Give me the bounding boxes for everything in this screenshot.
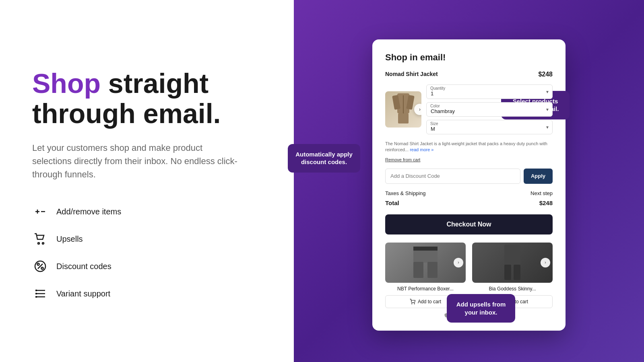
upsell-nav-arrow-0[interactable]: › [454, 258, 463, 267]
feature-discount-label: Discount codes [56, 262, 111, 271]
upsell-name-0: NBT Performance Boxer... [385, 286, 466, 292]
tooltip-upsells: Add upsells from your inbox. [447, 294, 515, 323]
svg-point-24 [412, 304, 412, 304]
product-selects: Quantity 1 2 3 ▼ Color Chambray Black ▼ [426, 84, 553, 134]
apply-button[interactable]: Apply [524, 169, 553, 184]
svg-rect-13 [35, 293, 37, 294]
list-icon [32, 286, 48, 302]
size-select[interactable]: M S L XL [426, 120, 553, 134]
svg-rect-23 [413, 247, 438, 251]
taxes-label: Taxes & Shipping [385, 190, 425, 196]
plus-minus-icon [32, 204, 48, 220]
read-more-link[interactable]: read more » [410, 147, 433, 152]
headline: Shop straight through email. [32, 68, 262, 129]
product-image-row: › Quantity 1 2 3 ▼ Color Cham [385, 84, 553, 134]
upsell-nav-arrow-1[interactable]: › [541, 258, 550, 267]
svg-rect-21 [413, 262, 423, 278]
feature-discount: Discount codes [32, 258, 262, 274]
svg-point-7 [41, 267, 43, 269]
tooltip-discount-codes: Automatically apply discount codes. [288, 144, 360, 173]
product-description: The Nomad Shirt Jacket is a light-weight… [385, 141, 553, 153]
feature-add-remove: Add/remove items [32, 204, 262, 220]
svg-rect-27 [504, 265, 511, 280]
color-label: Color [430, 104, 440, 108]
discount-input[interactable] [385, 169, 520, 184]
feature-variant: Variant support [32, 286, 262, 302]
email-widget: Select products within the email. Automa… [372, 39, 566, 331]
left-panel: Shop straight through email. Let your cu… [0, 0, 294, 362]
svg-line-8 [38, 264, 43, 269]
total-row: Total $248 [385, 200, 553, 206]
quantity-label: Quantity [430, 86, 445, 90]
total-value: $248 [539, 200, 553, 206]
size-select-group: Size M S L XL ▼ [426, 120, 553, 134]
cart-icon [32, 231, 48, 247]
taxes-row: Taxes & Shipping Next step [385, 190, 553, 196]
feature-upsells-label: Upsells [56, 234, 83, 244]
product-price: $248 [538, 71, 553, 78]
product-image: › [385, 91, 421, 128]
discount-row: Apply [385, 169, 553, 184]
svg-rect-12 [35, 290, 37, 291]
widget-title: Shop in email! [385, 52, 553, 63]
quantity-select-group: Quantity 1 2 3 ▼ [426, 84, 553, 99]
subtitle: Let your customers shop and make product… [32, 141, 242, 181]
svg-rect-14 [35, 296, 37, 298]
svg-rect-18 [398, 113, 409, 123]
svg-point-25 [414, 304, 415, 304]
svg-rect-22 [427, 262, 438, 278]
total-label: Total [385, 200, 399, 206]
size-label: Size [430, 121, 438, 126]
feature-variant-label: Variant support [56, 289, 110, 298]
upsell-name-1: Bia Goddess Skinny... [472, 286, 553, 292]
feature-list: Add/remove items Upsells [32, 204, 262, 302]
svg-rect-26 [504, 245, 520, 267]
product-name: Nomad Shirt Jacket [385, 71, 438, 77]
product-header: Nomad Shirt Jacket $248 [385, 71, 553, 78]
svg-rect-28 [514, 265, 520, 280]
checkout-button[interactable]: Checkout Now [385, 214, 553, 234]
feature-add-remove-label: Add/remove items [56, 207, 121, 216]
color-select[interactable]: Chambray Black [426, 102, 553, 117]
right-panel: Select products within the email. Automa… [294, 0, 644, 362]
upsell-image-0: › [385, 243, 466, 283]
add-to-cart-label-0: Add to cart [418, 299, 441, 304]
taxes-value: Next step [530, 190, 553, 196]
feature-upsells: Upsells [32, 231, 262, 247]
svg-point-3 [38, 243, 39, 244]
upsell-image-1: › [472, 243, 553, 283]
svg-point-6 [37, 263, 39, 265]
percent-icon [32, 258, 48, 274]
remove-from-cart-link[interactable]: Remove from cart [385, 157, 420, 162]
headline-highlight: Shop [32, 68, 101, 99]
svg-point-4 [42, 243, 44, 244]
color-select-group: Color Chambray Black ▼ [426, 102, 553, 117]
